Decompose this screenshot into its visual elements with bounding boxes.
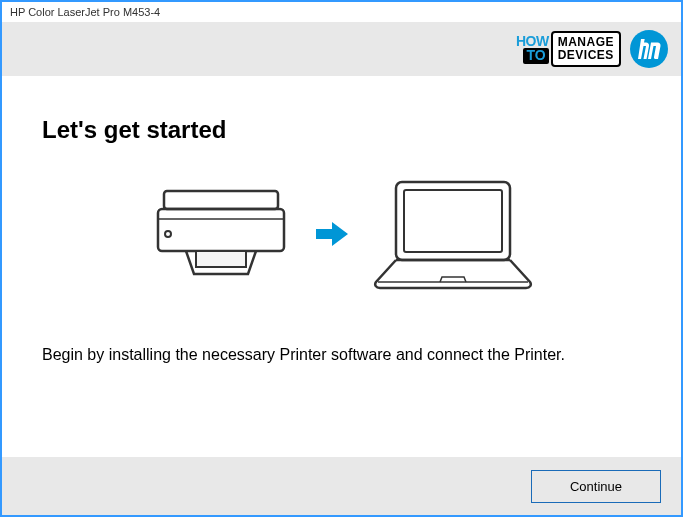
illustration-row <box>42 174 641 294</box>
svg-point-4 <box>165 231 171 237</box>
svg-rect-6 <box>396 182 510 260</box>
svg-point-0 <box>630 30 668 68</box>
svg-rect-7 <box>404 190 502 252</box>
printer-icon <box>146 179 296 289</box>
watermark-devices: DEVICES <box>558 49 614 62</box>
watermark-how: HOW <box>516 34 549 48</box>
watermark-left: HOW TO <box>516 31 551 67</box>
svg-rect-5 <box>196 251 246 267</box>
continue-button[interactable]: Continue <box>531 470 661 503</box>
hp-logo-icon <box>629 29 669 69</box>
watermark-right: MANAGE DEVICES <box>551 31 621 67</box>
watermark-badge: HOW TO MANAGE DEVICES <box>516 31 621 67</box>
svg-rect-1 <box>164 191 278 209</box>
footer-band: Continue <box>2 457 681 515</box>
window-title: HP Color LaserJet Pro M453-4 <box>10 6 160 18</box>
instruction-text: Begin by installing the necessary Printe… <box>42 344 641 366</box>
watermark-to: TO <box>523 48 548 63</box>
laptop-icon <box>368 174 538 294</box>
page-heading: Let's get started <box>42 116 641 144</box>
window-title-bar: HP Color LaserJet Pro M453-4 <box>2 2 681 22</box>
arrow-right-icon <box>316 220 348 248</box>
main-content: Let's get started Begin by installing th… <box>2 76 681 386</box>
svg-rect-2 <box>158 209 284 251</box>
header-band: HOW TO MANAGE DEVICES <box>2 22 681 76</box>
